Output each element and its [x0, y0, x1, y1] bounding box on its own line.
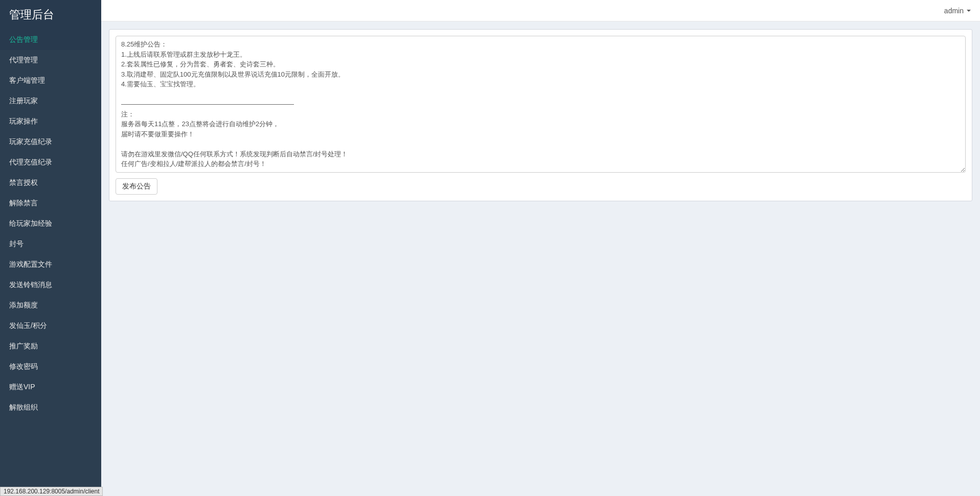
sidebar-item-6[interactable]: 代理充值纪录	[0, 152, 101, 173]
brand-title: 管理后台	[0, 0, 101, 30]
topbar: admin	[101, 0, 980, 21]
announcement-textarea[interactable]	[116, 36, 966, 173]
sidebar-item-1[interactable]: 代理管理	[0, 50, 101, 70]
sidebar-item-5[interactable]: 玩家充值纪录	[0, 132, 101, 152]
user-menu-label: admin	[944, 7, 964, 15]
sidebar-item-2[interactable]: 客户端管理	[0, 70, 101, 91]
sidebar-nav: 公告管理代理管理客户端管理注册玩家玩家操作玩家充值纪录代理充值纪录禁言授权解除禁…	[0, 30, 101, 209]
announcement-panel: 发布公告	[109, 29, 972, 201]
publish-button[interactable]: 发布公告	[116, 178, 157, 195]
sidebar-item-0[interactable]: 公告管理	[0, 30, 101, 50]
sidebar: 管理后台 公告管理代理管理客户端管理注册玩家玩家操作玩家充值纪录代理充值纪录禁言…	[0, 0, 101, 209]
main-content: 发布公告	[101, 21, 980, 209]
sidebar-item-7[interactable]: 禁言授权	[0, 173, 101, 193]
sidebar-item-3[interactable]: 注册玩家	[0, 91, 101, 111]
sidebar-item-4[interactable]: 玩家操作	[0, 111, 101, 132]
user-menu[interactable]: admin	[944, 7, 971, 15]
caret-down-icon	[967, 10, 971, 12]
sidebar-item-8[interactable]: 解除禁言	[0, 193, 101, 209]
